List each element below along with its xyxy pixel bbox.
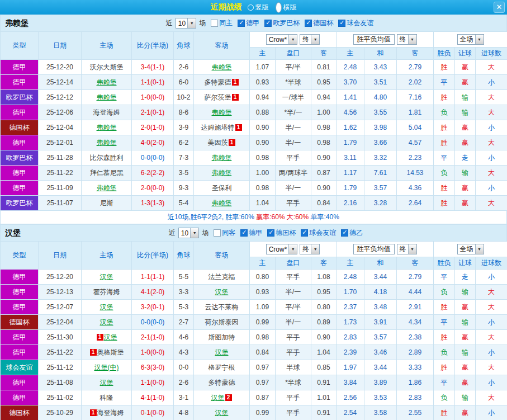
chevron-down-icon: ▼ [187, 18, 196, 28]
away-team: 弗赖堡 [212, 63, 232, 71]
filter-checkbox[interactable]: 欧罗巴杯 [264, 18, 300, 28]
odds-handicap-cell: 平手 [276, 270, 311, 285]
corner-cell: 3-9 [174, 120, 194, 135]
team-name-link[interactable]: 弗赖堡 [97, 184, 117, 192]
team-name-link[interactable]: 汉堡 [211, 394, 225, 402]
team-name-link[interactable]: 弗赖堡 [212, 154, 232, 162]
filter-checkbox[interactable]: 球会友谊 [301, 228, 336, 238]
red-card-badge: 1 [229, 139, 235, 146]
checkbox-icon [341, 229, 348, 237]
result-cell: 平 [434, 270, 455, 285]
odds-controls: Crow*▼终▼ [250, 242, 337, 257]
home-team: 弗赖堡 [97, 93, 117, 101]
checkbox-label: 德国杯 [313, 18, 333, 28]
avg-away-cell: 7.16 [397, 90, 434, 105]
team-name-link[interactable]: 汉堡 [100, 318, 113, 326]
chevron-down-icon: ▼ [475, 35, 484, 44]
handicap-result-cell: 赢 [455, 360, 476, 375]
away-team: 汉堡 [215, 288, 229, 296]
corner-cell: 10-2 [174, 90, 194, 105]
corner-cell: 2-6 [174, 60, 194, 75]
score-cell: 3-4(1-1) [132, 60, 174, 75]
filter-checkbox[interactable]: 德甲 [238, 18, 259, 28]
odds-source-select[interactable]: Crow*▼ [266, 34, 298, 45]
team-name-link[interactable]: 汉堡 [215, 409, 229, 417]
match-count-select[interactable]: 10▼ [178, 228, 199, 238]
team-name-link[interactable]: 弗赖堡 [212, 169, 232, 177]
score-cell: 2-1(0-1) [132, 105, 174, 120]
score-cell: 2-0(1-0) [132, 120, 174, 135]
odds-handicap-cell: 半/一 [276, 120, 311, 135]
filter-checkbox[interactable]: 同客 [214, 228, 235, 238]
away-team-cell: 圣保利 [194, 181, 250, 196]
avg-time-select[interactable]: 终▼ [397, 34, 417, 45]
type-cell: 德甲 [1, 375, 39, 390]
team-name-link: 荷尔斯泰因 [205, 318, 239, 326]
odds-time-select[interactable]: 终▼ [300, 244, 320, 254]
summary-text: 胜率:60% [225, 213, 256, 221]
radio-icon [248, 4, 254, 11]
scope-select[interactable]: 全场▼ [457, 34, 484, 45]
team-name-link[interactable]: 弗赖堡 [97, 139, 117, 147]
team-name-link[interactable]: 弗赖堡 [97, 124, 117, 131]
team-name-link[interactable]: 汉堡 [100, 303, 113, 311]
odds-away-cell: 1.08 [311, 270, 337, 285]
avg-draw-cell: 3.43 [364, 60, 397, 75]
layout-radio-option[interactable]: 竖版 [248, 3, 269, 12]
team-name-link[interactable]: 弗赖堡 [212, 108, 232, 116]
results-table: 类型日期主场比分(半场)角球客场Crow*▼终▼胜平负均值终▼全场▼主盘口客主和… [0, 31, 507, 211]
odds-handicap-cell: 一/球半 [276, 90, 311, 105]
home-team: 汉堡 [100, 379, 113, 386]
team-name-link[interactable]: 弗赖堡 [97, 78, 117, 86]
summary-bar: 近10场,胜6平2负2, 胜率:60% 赢率:60% 大:60% 单率:40% [0, 211, 507, 224]
team-name-link[interactable]: 弗赖堡 [97, 93, 117, 101]
team-name-link[interactable]: 弗赖堡 [212, 63, 232, 71]
avg-draw-cell: 3.55 [364, 105, 397, 120]
away-team-cell: 汉堡 [194, 285, 250, 300]
avg-draw-cell: 3.53 [364, 390, 397, 405]
away-team: 弗赖堡 [212, 108, 232, 116]
checkbox-icon [238, 20, 245, 27]
close-button[interactable]: ✕ [494, 2, 505, 13]
team-name-link: 奥格斯堡 [97, 348, 124, 356]
match-count-select[interactable]: 10▼ [176, 18, 196, 29]
odds-handicap-cell: 半/一 [276, 181, 311, 196]
team-name-link[interactable]: 汉堡(中) [94, 364, 119, 371]
filter-checkbox[interactable]: 同主 [211, 18, 233, 28]
filter-checkbox[interactable]: 德乙 [341, 228, 363, 238]
avg-time-select[interactable]: 终▼ [397, 244, 417, 254]
team-name-link[interactable]: 汉堡 [215, 288, 229, 296]
match-row: 德甲25-12-13霍芬海姆4-1(2-0)3-3汉堡0.93半/一0.951.… [1, 285, 507, 300]
scope-select[interactable]: 全场▼ [457, 244, 484, 254]
odds-handicap-cell: 平手 [276, 405, 311, 420]
checkbox-label: 球会友谊 [309, 228, 336, 238]
filter-checkbox[interactable]: 球会友谊 [338, 18, 373, 28]
match-row: 德甲25-12-20沃尔夫斯堡3-4(1-1)2-6弗赖堡1.07平/半0.81… [1, 60, 507, 75]
goals-result-cell: 小 [476, 181, 507, 196]
filter-checkbox[interactable]: 德甲 [240, 228, 262, 238]
away-team-cell: 云达不莱梅 [194, 300, 250, 315]
team-name-link[interactable]: 弗赖堡 [212, 199, 232, 207]
sub-column-header: 盘口 [276, 48, 311, 60]
avg-draw-cell: 7.61 [364, 166, 397, 181]
column-header: 主场 [82, 32, 132, 60]
date-cell: 25-12-20 [39, 60, 82, 75]
odds-source-select[interactable]: Crow*▼ [266, 244, 298, 254]
team-name-link[interactable]: 汉堡 [215, 348, 229, 356]
handicap-result-cell: 输 [455, 166, 476, 181]
avg-draw-cell: 3.66 [364, 135, 397, 150]
layout-radio-option[interactable]: 横版 [276, 2, 297, 13]
date-cell: 25-12-12 [39, 90, 82, 105]
odds-away-cell: 0.81 [311, 60, 337, 75]
home-team: 霍芬海姆 [93, 288, 120, 296]
handicap-result-cell: 走 [455, 270, 476, 285]
team-name-link[interactable]: 汉堡 [100, 273, 113, 281]
red-card-badge: 1 [235, 124, 242, 131]
result-cell: 负 [434, 105, 455, 120]
filter-checkbox[interactable]: 德国杯 [305, 18, 333, 28]
result-cell: 胜 [434, 181, 455, 196]
odds-time-select[interactable]: 终▼ [300, 34, 320, 45]
team-name-link[interactable]: 汉堡 [100, 379, 113, 386]
team-name-link[interactable]: 汉堡 [104, 333, 117, 341]
filter-checkbox[interactable]: 德国杯 [267, 228, 296, 238]
